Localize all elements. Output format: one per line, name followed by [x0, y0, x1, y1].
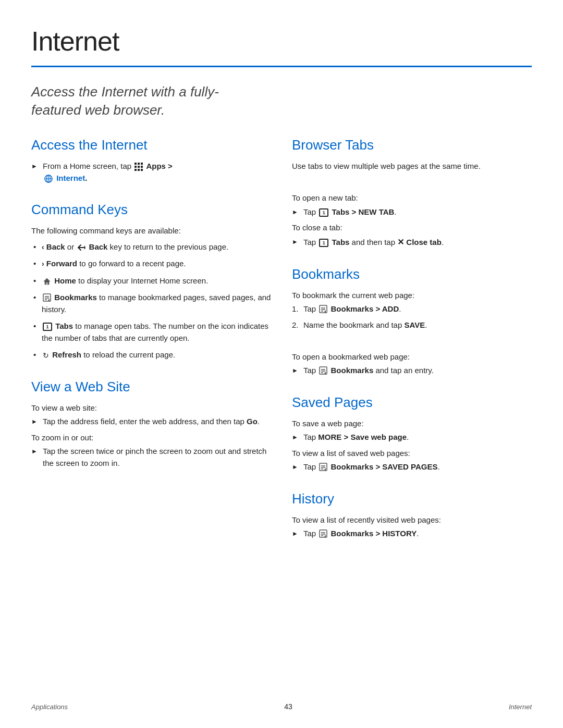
access-internet-list: From a Home screen, tap Apps >: [31, 161, 271, 184]
svg-rect-4: [46, 282, 48, 285]
command-keys-list: ‹ Back or Back key to return to the prev…: [31, 241, 271, 361]
forward-icon: ›: [42, 260, 44, 268]
open-tab-step: Tap 1 Tabs > NEW TAB.: [292, 206, 532, 218]
view-step1-list: Tap the address field, enter the web add…: [31, 416, 271, 428]
bookmarks-icon-4: [319, 529, 327, 539]
view-saved-step: Tap Bookmarks > SAVED PAGES.: [292, 461, 532, 473]
title-rule: [31, 66, 532, 67]
view-saved-list: Tap Bookmarks > SAVED PAGES.: [292, 461, 532, 473]
access-step-text: From a Home screen, tap Apps >: [43, 162, 173, 182]
home-icon: [42, 276, 54, 285]
open-bookmark-list: Tap Bookmarks and tap an entry.: [292, 365, 532, 377]
tagline: Access the Internet with a fully-feature…: [31, 83, 261, 119]
browser-tabs-heading: Browser Tabs: [292, 135, 532, 155]
page-container: Internet Access the Internet with a full…: [0, 0, 563, 586]
saved-pages-heading: Saved Pages: [292, 392, 532, 413]
bookmark-label: To bookmark the current web page:: [292, 290, 532, 302]
two-column-layout: Access the Internet From a Home screen, …: [31, 135, 532, 544]
tabs-icon-open: 1: [319, 208, 328, 217]
open-tab-list: Tap 1 Tabs > NEW TAB.: [292, 206, 532, 218]
view-step2-text: Tap the screen twice or pinch the screen…: [43, 447, 266, 467]
open-tab-label: To open a new tab:: [292, 192, 532, 204]
view-step2-label: To zoom in or out:: [31, 432, 271, 444]
internet-label: Internet.: [56, 174, 87, 182]
command-keys-heading: Command Keys: [31, 200, 271, 220]
back-chevron-icon: ‹: [42, 243, 44, 251]
view-step1: Tap the address field, enter the web add…: [31, 416, 271, 428]
right-column: Browser Tabs Use tabs to view multiple w…: [292, 135, 532, 544]
access-internet-heading: Access the Internet: [31, 135, 271, 155]
view-saved-label: To view a list of saved web pages:: [292, 448, 532, 460]
tabs-icon-close: 1: [319, 239, 328, 247]
footer-center: 43: [284, 701, 292, 712]
bookmarks-icon-cmd: [42, 293, 54, 302]
apps-label: Apps >: [146, 162, 172, 170]
bookmarks-heading: Bookmarks: [292, 264, 532, 285]
access-internet-step: From a Home screen, tap Apps >: [31, 161, 271, 184]
footer-right: Internet: [509, 702, 532, 712]
apps-icon: [134, 163, 143, 171]
refresh-icon: ↻: [43, 350, 49, 361]
history-intro: To view a list of recently visited web p…: [292, 514, 532, 526]
close-tab-step: Tap 1 Tabs and then tap ✕ Close tab.: [292, 236, 532, 249]
save-label: To save a web page:: [292, 418, 532, 430]
bookmark-step2: Name the bookmark and tap SAVE.: [292, 319, 532, 331]
close-tab-list: Tap 1 Tabs and then tap ✕ Close tab.: [292, 236, 532, 249]
page-title: Internet: [31, 21, 532, 61]
command-key-bookmarks: Bookmarks to manage bookmarked pages, sa…: [31, 292, 271, 315]
open-bookmark-label: To open a bookmarked web page:: [292, 351, 532, 363]
view-step2-list: Tap the screen twice or pinch the screen…: [31, 446, 271, 469]
history-step: Tap Bookmarks > HISTORY.: [292, 528, 532, 540]
internet-icon: [44, 174, 53, 183]
close-tab-label: To close a tab:: [292, 222, 532, 234]
command-key-back: ‹ Back or Back key to return to the prev…: [31, 241, 271, 253]
save-list: Tap MORE > Save web page.: [292, 431, 532, 443]
bookmarks-icon-2: [319, 366, 327, 376]
view-step2: Tap the screen twice or pinch the screen…: [31, 446, 271, 469]
open-bookmark-step: Tap Bookmarks and tap an entry.: [292, 365, 532, 377]
view-web-site-heading: View a Web Site: [31, 377, 271, 397]
command-key-forward: › Forward to go forward to a recent page…: [31, 258, 271, 270]
bookmark-step1: Tap Bookmarks > ADD.: [292, 303, 532, 315]
command-keys-intro: The following command keys are available…: [31, 225, 271, 237]
bookmarks-icon-3: [319, 463, 327, 472]
footer-left: Applications: [31, 702, 68, 712]
back-arrow-icon: [76, 242, 89, 251]
close-x-icon: ✕: [397, 238, 404, 246]
page-footer: Applications 43 Internet: [31, 701, 532, 712]
command-key-home: Home to display your Internet Home scree…: [31, 275, 271, 287]
command-key-refresh: ↻ Refresh to reload the current page.: [31, 349, 271, 361]
bookmarks-icon-1: [319, 305, 327, 314]
view-step1-text: Tap the address field, enter the web add…: [43, 417, 260, 426]
history-list: Tap Bookmarks > HISTORY.: [292, 528, 532, 540]
tabs-icon-cmd: 1: [43, 323, 52, 331]
command-key-tabs: 1 Tabs to manage open tabs. The number o…: [31, 320, 271, 344]
history-heading: History: [292, 489, 532, 509]
browser-tabs-intro: Use tabs to view multiple web pages at t…: [292, 161, 532, 172]
save-step: Tap MORE > Save web page.: [292, 431, 532, 443]
bookmark-steps: Tap Bookmarks > ADD. Name the bookmark a…: [292, 303, 532, 331]
view-step1-label: To view a web site:: [31, 402, 271, 414]
left-column: Access the Internet From a Home screen, …: [31, 135, 271, 544]
